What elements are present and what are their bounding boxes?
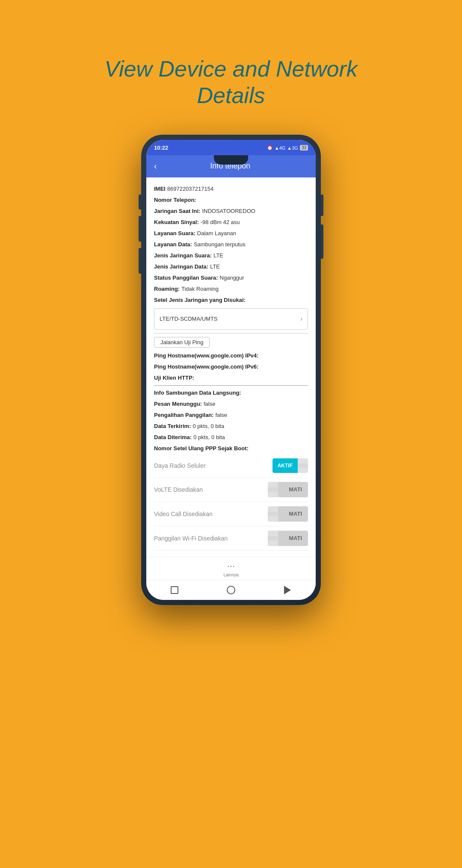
ping-button-row: Jalankan Uji Ping [154, 337, 308, 348]
ppp-reset-row: Nomor Setel Ulang PPP Sejak Boot: [154, 443, 308, 454]
status-icons: ⏰ ▲4G ▲3G 33 [267, 145, 308, 151]
imei-label: IMEI [154, 183, 166, 195]
alarm-icon: ⏰ [267, 145, 273, 151]
volume-down-button-2[interactable] [139, 248, 141, 274]
video-call-toggle-row: Video Call Disediakan MATI [154, 502, 308, 526]
network-type-value: LTE/TD-SCDMA/UMTS [160, 313, 218, 325]
network-type-selector[interactable]: LTE/TD-SCDMA/UMTS › [154, 308, 308, 330]
ping-ipv6-label: Ping Hostname(www.google.com) IPv6: [154, 361, 258, 372]
home-icon [227, 586, 235, 594]
battery-icon: 33 [300, 145, 308, 151]
video-call-label: Video Call Disediakan [154, 508, 213, 520]
volume-up-button[interactable] [139, 216, 141, 242]
home-button[interactable] [226, 585, 236, 595]
data-network-type-row: Jenis Jaringan Data: LTE [154, 261, 308, 272]
network-now-value: INDOSATOOREDOO [202, 206, 255, 217]
page-title: View Device and Network Details [104, 56, 358, 109]
data-received-row: Data Diterima: 0 pkts, 0 bita [154, 432, 308, 443]
call-forward-value: false [215, 410, 227, 421]
phone-frame: 10:22 ⏰ ▲4G ▲3G 33 ‹ Info telepon IMEI 8… [141, 135, 321, 605]
phone-number-row: Nomor Telepon: [154, 195, 308, 206]
wifi-call-toggle-row: Panggilan Wi-Fi Disediakan MATI [154, 526, 308, 551]
call-forward-row: Pengalihan Panggilan: false [154, 410, 308, 421]
data-received-label: Data Diterima: [154, 432, 192, 443]
ping-ipv4-row: Ping Hostname(www.google.com) IPv4: [154, 350, 308, 361]
volume-down-button[interactable] [321, 224, 323, 259]
cellular-radio-label: Daya Radio Seluler [154, 460, 206, 472]
system-nav [146, 580, 316, 600]
ping-ipv4-label: Ping Hostname(www.google.com) IPv4: [154, 350, 258, 361]
preferred-network-label: Setel Jenis Jaringan yang Disukai: [154, 295, 246, 306]
signal-strength-value: -98 dBm 42 asu [201, 217, 240, 228]
http-test-label: Uji Klien HTTP: [154, 372, 194, 384]
pending-msg-label: Pesan Menunggu: [154, 399, 202, 410]
voice-network-type-label: Jenis Jaringan Suara: [154, 250, 212, 261]
http-divider [154, 385, 308, 386]
recent-apps-button[interactable] [170, 585, 179, 595]
toggle-mati-video[interactable]: MATI [278, 506, 308, 522]
signal-4g-icon: ▲4G [275, 145, 286, 151]
ppp-reset-label: Nomor Setel Ulang PPP Sejak Boot: [154, 443, 249, 454]
voice-network-type-row: Jenis Jaringan Suara: LTE [154, 250, 308, 261]
network-now-row: Jaringan Saat Ini: INDOSATOOREDOO [154, 206, 308, 217]
divider-1 [154, 333, 308, 334]
toggle-mati-wifi[interactable]: MATI [278, 531, 308, 546]
camera-notch [214, 155, 248, 165]
content-area: IMEI 869722037217154 Nomor Telepon: Jari… [146, 177, 316, 557]
more-icon[interactable]: ··· [227, 561, 235, 572]
data-service-label: Layanan Data: [154, 239, 192, 250]
bottom-nav-app: ··· Lainnya [146, 557, 316, 580]
data-service-value: Sambungan terputus [194, 239, 246, 250]
toggle-off-part [298, 464, 308, 468]
signal-strength-label: Kekuatan Sinyal: [154, 217, 199, 228]
direct-data-title-row: Info Sambungan Data Langsung: [154, 387, 308, 399]
recent-apps-icon [171, 586, 178, 594]
imei-row: IMEI 869722037217154 [154, 183, 308, 195]
chevron-right-icon: › [300, 312, 302, 326]
data-sent-row: Data Terkirim: 0 pkts, 0 bita [154, 421, 308, 432]
roaming-row: Roaming: Tidak Roaming [154, 283, 308, 295]
pending-msg-row: Pesan Menunggu: false [154, 399, 308, 410]
wifi-call-label: Panggilan Wi-Fi Disediakan [154, 532, 228, 544]
phone-screen: 10:22 ⏰ ▲4G ▲3G 33 ‹ Info telepon IMEI 8… [146, 140, 316, 600]
call-forward-label: Pengalihan Panggilan: [154, 410, 213, 421]
signal-strength-row: Kekuatan Sinyal: -98 dBm 42 asu [154, 217, 308, 228]
left-button-1[interactable] [139, 195, 141, 210]
back-nav-icon [284, 586, 291, 594]
voice-network-type-value: LTE [213, 250, 223, 261]
data-network-type-label: Jenis Jaringan Data: [154, 261, 208, 272]
back-button[interactable]: ‹ [154, 161, 157, 171]
phone-number-label: Nomor Telepon: [154, 195, 196, 206]
data-received-value: 0 pkts, 0 bita [193, 432, 225, 443]
more-label: Lainnya [223, 573, 238, 577]
toggle-on-part-volte [268, 487, 278, 492]
video-call-toggle[interactable]: MATI [268, 506, 308, 522]
voice-call-status-label: Status Panggilan Suara: [154, 272, 218, 283]
voice-service-value: Dalam Layanan [197, 228, 236, 239]
data-service-row: Layanan Data: Sambungan terputus [154, 239, 308, 250]
status-bar: 10:22 ⏰ ▲4G ▲3G 33 [146, 140, 316, 155]
roaming-label: Roaming: [154, 283, 180, 295]
network-now-label: Jaringan Saat Ini: [154, 206, 200, 217]
back-nav-button[interactable] [283, 585, 292, 595]
toggle-mati-volte[interactable]: MATI [278, 482, 308, 497]
ping-ipv6-row: Ping Hostname(www.google.com) IPv6: [154, 361, 308, 372]
pending-msg-value: false [204, 399, 215, 410]
volte-toggle-row: VoLTE Disediakan MATI [154, 478, 308, 502]
data-sent-label: Data Terkirim: [154, 421, 191, 432]
power-button[interactable] [321, 195, 323, 216]
data-network-type-value: LTE [210, 261, 220, 272]
wifi-call-toggle[interactable]: MATI [268, 531, 308, 546]
cellular-radio-toggle[interactable]: AKTIF [272, 458, 308, 473]
direct-data-title: Info Sambungan Data Langsung: [154, 387, 241, 399]
voice-service-label: Layanan Suara: [154, 228, 195, 239]
volte-toggle[interactable]: MATI [268, 482, 308, 497]
cellular-radio-toggle-row: Daya Radio Seluler AKTIF [154, 454, 308, 478]
voice-call-status-value: Nganggur [220, 272, 244, 283]
signal-3g-icon: ▲3G [287, 145, 298, 151]
toggle-aktif[interactable]: AKTIF [272, 458, 298, 473]
preferred-network-label-row: Setel Jenis Jaringan yang Disukai: [154, 295, 308, 306]
toggle-on-part-wifi [268, 536, 278, 540]
ping-button[interactable]: Jalankan Uji Ping [154, 337, 210, 348]
voice-service-row: Layanan Suara: Dalam Layanan [154, 228, 308, 239]
